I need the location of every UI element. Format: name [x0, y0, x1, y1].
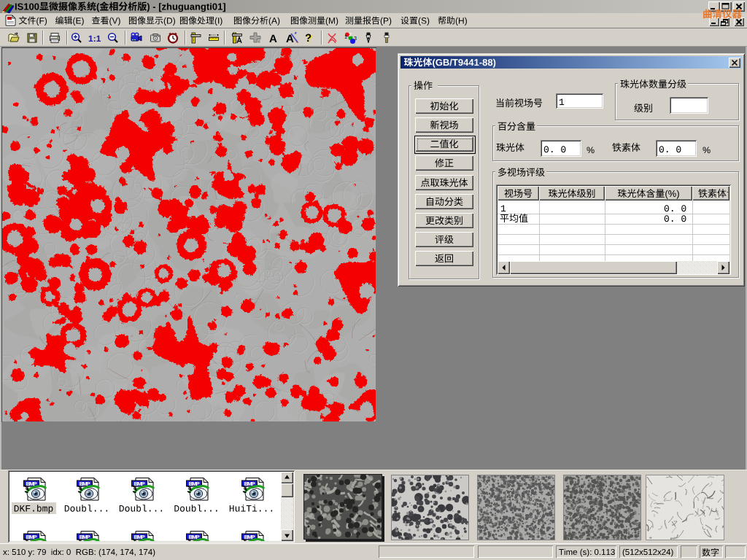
svg-text:1: 1 — [344, 34, 347, 39]
svg-text:3: 3 — [354, 36, 357, 41]
svg-text:2: 2 — [349, 32, 352, 37]
